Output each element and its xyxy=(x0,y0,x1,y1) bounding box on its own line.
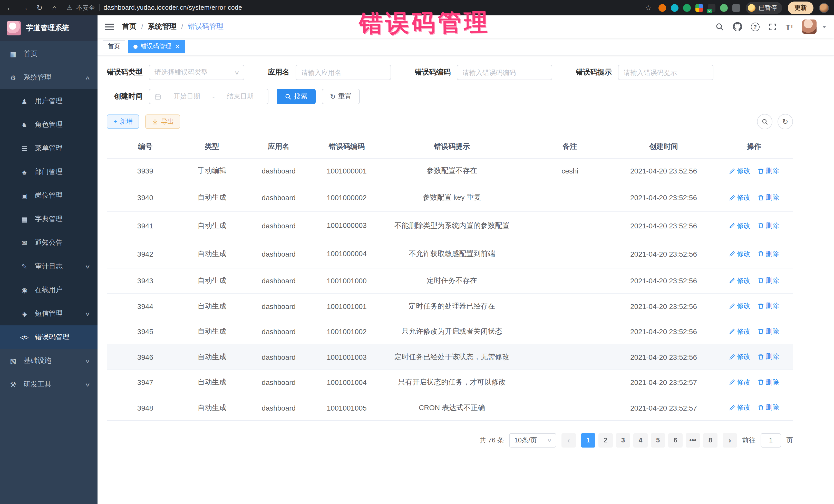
close-icon[interactable]: × xyxy=(176,43,179,50)
sidebar-item-online[interactable]: ◉在线用户 xyxy=(0,278,97,302)
sidebar-item-dict[interactable]: ▤字典管理 xyxy=(0,207,97,231)
extension-teal-drop-icon[interactable] xyxy=(671,4,679,12)
sidebar-item-home[interactable]: ▦首页 xyxy=(0,42,97,66)
page-button-8[interactable]: 8 xyxy=(703,433,718,447)
edit-button[interactable]: 修改 xyxy=(729,276,750,285)
pagination-more-button[interactable]: ••• xyxy=(686,433,700,447)
tab-error-code[interactable]: 错误码管理 × xyxy=(128,40,184,53)
delete-button[interactable]: 删除 xyxy=(758,166,779,176)
goto-page-input[interactable] xyxy=(761,433,781,447)
tab-home[interactable]: 首页 xyxy=(103,40,125,53)
table-row: 3943自动生成dashboard1001001000定时任务不存在2021-0… xyxy=(107,268,793,293)
sidebar-item-sms[interactable]: ◈短信管理∨ xyxy=(0,302,97,325)
font-size-icon[interactable]: TT xyxy=(786,23,793,30)
sidebar-item-system[interactable]: ⚙系统管理∧ xyxy=(0,66,97,89)
github-icon[interactable] xyxy=(733,22,742,31)
forward-icon[interactable]: → xyxy=(20,4,29,12)
sidebar-item-devtool[interactable]: ⚒研发工具∨ xyxy=(0,373,97,396)
url-text[interactable]: dashboard.yudao.iocoder.cn/system/error-… xyxy=(104,4,242,11)
user-avatar[interactable] xyxy=(802,20,816,34)
app-name-input[interactable] xyxy=(301,68,386,76)
end-date-placeholder[interactable]: 结束日期 xyxy=(218,92,263,101)
edit-button[interactable]: 修改 xyxy=(729,166,750,176)
sidebar-item-menu[interactable]: ☰菜单管理 xyxy=(0,136,97,160)
delete-button[interactable]: 删除 xyxy=(758,221,779,231)
start-date-placeholder[interactable]: 开始日期 xyxy=(164,92,210,101)
hamburger-icon[interactable] xyxy=(105,23,114,30)
bookmark-star-icon[interactable]: ☆ xyxy=(643,4,653,12)
help-icon[interactable]: ? xyxy=(751,22,759,31)
edit-button[interactable]: 修改 xyxy=(729,249,750,258)
edit-button[interactable]: 修改 xyxy=(729,193,750,202)
security-label[interactable]: 不安全 xyxy=(76,3,95,12)
breadcrumb-system[interactable]: 系统管理 xyxy=(148,22,177,31)
extension-grid-icon[interactable] xyxy=(696,4,703,12)
error-code-input[interactable] xyxy=(462,68,547,76)
sidebar-item-infra[interactable]: ▧基础设施∨ xyxy=(0,349,97,373)
sidebar-item-errorcode[interactable]: </>错误码管理 xyxy=(0,325,97,349)
cell-app: dashboard xyxy=(240,212,317,240)
paused-badge[interactable]: 已暂停 xyxy=(746,2,782,14)
delete-button[interactable]: 删除 xyxy=(758,276,779,285)
next-page-button[interactable]: › xyxy=(723,433,737,447)
sidebar-item-audit[interactable]: ✎审计日志∨ xyxy=(0,255,97,278)
edit-button[interactable]: 修改 xyxy=(729,221,750,231)
edit-button[interactable]: 修改 xyxy=(729,378,750,387)
page-button-6[interactable]: 6 xyxy=(668,433,683,447)
page-button-4[interactable]: 4 xyxy=(633,433,648,447)
back-icon[interactable]: ← xyxy=(5,4,14,12)
show-search-button[interactable] xyxy=(757,114,772,129)
search-button[interactable]: 搜索 xyxy=(277,89,316,104)
cell-msg: 只有开启状态的任务，才可以修改 xyxy=(376,370,528,395)
home-icon[interactable]: ⌂ xyxy=(50,4,59,12)
app-logo[interactable]: 芋道管理系统 xyxy=(0,15,97,41)
extension-plant-icon[interactable] xyxy=(720,4,728,12)
error-msg-input[interactable] xyxy=(623,68,708,76)
page-button-3[interactable]: 3 xyxy=(616,433,630,447)
delete-button[interactable]: 删除 xyxy=(758,302,779,311)
extension-green-circle-icon[interactable] xyxy=(683,4,691,12)
refresh-table-button[interactable]: ↻ xyxy=(777,114,793,129)
edit-button[interactable]: 修改 xyxy=(729,352,750,361)
delete-button[interactable]: 删除 xyxy=(758,193,779,202)
sidebar-item-user[interactable]: ♟用户管理 xyxy=(0,89,97,113)
prev-page-button[interactable]: ‹ xyxy=(562,433,576,447)
delete-button[interactable]: 删除 xyxy=(758,352,779,361)
sidebar-item-notice[interactable]: ✉通知公告 xyxy=(0,231,97,255)
delete-button[interactable]: 删除 xyxy=(758,378,779,387)
delete-button[interactable]: 删除 xyxy=(758,403,779,412)
fullscreen-icon[interactable] xyxy=(768,22,777,31)
edit-button[interactable]: 修改 xyxy=(729,302,750,311)
extension-puzzle-icon[interactable] xyxy=(732,4,740,12)
sidebar-item-role[interactable]: ♞角色管理 xyxy=(0,113,97,136)
export-button[interactable]: 导出 xyxy=(146,114,180,129)
reset-button[interactable]: ↻ 重置 xyxy=(322,89,360,104)
browser-avatar[interactable] xyxy=(819,3,829,13)
error-type-select[interactable]: 请选择错误码类型 ∨ xyxy=(149,65,244,80)
chevron-down-icon[interactable] xyxy=(822,25,826,28)
edit-button[interactable]: 修改 xyxy=(729,327,750,336)
address-bar[interactable]: ⚠ 不安全 dashboard.yudao.iocoder.cn/system/… xyxy=(65,3,638,12)
add-button[interactable]: + 新增 xyxy=(107,114,139,129)
filter-error-msg: 错误码提示 xyxy=(576,65,714,80)
page-button-2[interactable]: 2 xyxy=(598,433,613,447)
delete-button[interactable]: 删除 xyxy=(758,249,779,258)
extension-orange-icon[interactable] xyxy=(658,4,666,12)
delete-button[interactable]: 删除 xyxy=(758,327,779,336)
extension-on-badge-icon[interactable]: on xyxy=(708,4,716,12)
cell-created: 2021-04-20 23:52:56 xyxy=(612,184,715,212)
reload-icon[interactable]: ↻ xyxy=(35,4,44,12)
sidebar-item-dept[interactable]: ♣部门管理 xyxy=(0,160,97,184)
page-button-1[interactable]: 1 xyxy=(581,433,595,447)
megaphone-icon: ✉ xyxy=(20,239,29,247)
page-size-select[interactable]: 10条/页 ∨ xyxy=(509,433,556,447)
sidebar-item-label: 通知公告 xyxy=(35,238,89,247)
sidebar-item-post[interactable]: ▣岗位管理 xyxy=(0,184,97,207)
breadcrumb-home[interactable]: 首页 xyxy=(122,22,136,31)
date-range-picker[interactable]: 开始日期 - 结束日期 xyxy=(149,89,268,104)
update-button[interactable]: 更新 xyxy=(788,1,813,14)
edit-icon xyxy=(729,303,736,309)
page-button-5[interactable]: 5 xyxy=(651,433,665,447)
edit-button[interactable]: 修改 xyxy=(729,403,750,412)
search-icon[interactable] xyxy=(715,22,724,31)
